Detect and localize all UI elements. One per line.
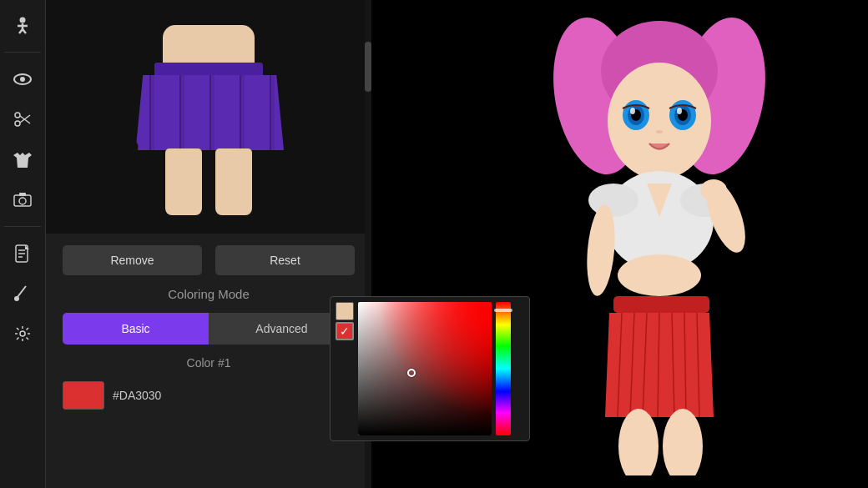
svg-line-9 (20, 116, 30, 123)
svg-point-36 (677, 108, 682, 114)
sidebar-item-document[interactable] (6, 237, 39, 270)
checkmark-icon: ✓ (340, 324, 350, 338)
basic-mode-button[interactable]: Basic (63, 313, 209, 345)
svg-rect-47 (613, 296, 709, 313)
picker-swatches: ✓ (336, 302, 354, 340)
sidebar-divider-1 (4, 52, 40, 53)
svg-point-19 (14, 296, 19, 301)
svg-rect-13 (19, 193, 26, 196)
svg-point-28 (608, 63, 711, 179)
svg-point-55 (618, 409, 659, 475)
gradient-canvas[interactable] (358, 302, 492, 435)
color-picker-popup[interactable]: ✓ (330, 296, 530, 441)
reset-button[interactable]: Reset (215, 245, 355, 275)
svg-point-12 (19, 198, 26, 204)
svg-point-0 (20, 18, 26, 23)
svg-point-20 (20, 331, 25, 336)
coloring-mode-label: Coloring Mode (63, 287, 355, 301)
svg-line-10 (20, 115, 30, 123)
action-buttons: Remove Reset (63, 245, 355, 275)
color1-swatch[interactable] (63, 381, 104, 410)
sidebar-divider-2 (4, 226, 40, 227)
sidebar (0, 0, 46, 488)
sidebar-item-camera[interactable] (6, 183, 39, 216)
gradient-red-overlay (358, 302, 492, 435)
hue-strip[interactable] (496, 302, 511, 435)
sidebar-item-settings[interactable] (6, 317, 39, 350)
svg-line-4 (23, 29, 26, 33)
svg-line-18 (18, 286, 26, 297)
anime-character (534, 8, 801, 475)
swatch-peach[interactable] (336, 302, 354, 320)
character-preview (46, 0, 371, 234)
svg-point-6 (20, 77, 25, 82)
controls-area: Remove Reset Coloring Mode Basic Advance… (46, 234, 371, 421)
swatch-red-active[interactable]: ✓ (336, 322, 354, 340)
mode-toggle: Basic Advanced (63, 313, 355, 345)
color1-row: #DA3030 ▶ (63, 381, 355, 410)
svg-point-41 (588, 184, 638, 217)
sidebar-item-person[interactable] (6, 8, 39, 42)
sidebar-item-shirt[interactable] (6, 143, 39, 176)
svg-point-46 (618, 254, 701, 296)
svg-point-44 (700, 179, 727, 201)
color1-label: Color #1 (63, 356, 355, 370)
svg-point-32 (630, 108, 635, 114)
sidebar-item-brush[interactable] (6, 277, 39, 310)
svg-point-7 (15, 113, 20, 118)
middle-panel: Remove Reset Coloring Mode Basic Advance… (46, 0, 371, 488)
hue-indicator (494, 309, 512, 312)
skirt-illustration (108, 25, 309, 209)
svg-point-56 (663, 409, 703, 475)
svg-point-8 (15, 121, 20, 126)
picker-top: ✓ (336, 302, 524, 435)
scroll-thumb[interactable] (365, 42, 371, 92)
sidebar-item-eye[interactable] (6, 63, 39, 96)
svg-point-37 (656, 130, 663, 133)
color1-hex: #DA3030 (113, 389, 331, 402)
gradient-cursor (407, 369, 416, 377)
remove-button[interactable]: Remove (63, 245, 202, 275)
sidebar-item-scissors[interactable] (6, 103, 39, 136)
